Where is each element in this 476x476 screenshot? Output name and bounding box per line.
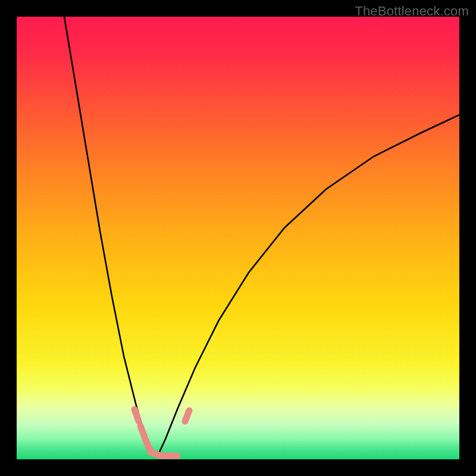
valley-marker — [134, 409, 139, 421]
chart-frame: TheBottleneck.com — [0, 0, 476, 476]
curve-right-branch — [157, 115, 459, 457]
valley-marker — [140, 426, 145, 437]
valley-marker — [145, 439, 150, 450]
valley-markers — [134, 409, 189, 456]
valley-marker — [151, 452, 161, 456]
plot-area — [17, 17, 459, 459]
watermark-text: TheBottleneck.com — [355, 4, 469, 19]
valley-marker — [185, 411, 189, 421]
curve-left-branch — [64, 17, 157, 457]
curve-layer — [17, 17, 459, 459]
